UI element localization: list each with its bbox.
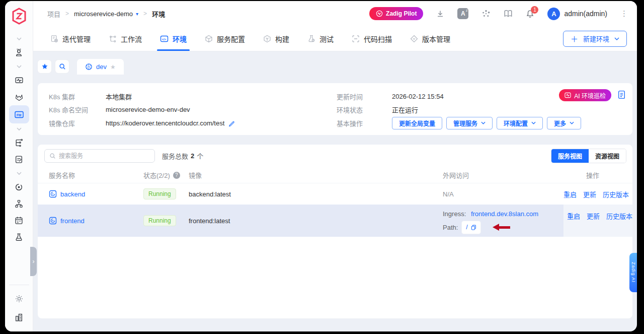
notification-bell-icon[interactable]: 1 bbox=[526, 10, 534, 18]
tab-label: 版本管理 bbox=[422, 34, 450, 44]
view-toggle: 服务视图 资源视图 bbox=[551, 149, 626, 163]
field-label: K8s 命名空间 bbox=[49, 105, 106, 114]
col-image: 镜像 bbox=[189, 170, 443, 180]
button-label: 管理服务 bbox=[453, 119, 477, 127]
update-link[interactable]: 更新 bbox=[587, 211, 600, 221]
kebab-menu-icon[interactable]: ⋮ bbox=[620, 9, 628, 18]
inspect-report-icon[interactable] bbox=[617, 90, 626, 101]
total-unit: 个 bbox=[197, 151, 203, 161]
chevron-down-icon[interactable] bbox=[9, 61, 29, 72]
apps-dots-icon[interactable] bbox=[481, 9, 491, 18]
user-menu[interactable]: A admin(admin) bbox=[547, 8, 607, 20]
ai-environment-inspect-button[interactable]: AI 环境巡检 bbox=[559, 89, 611, 101]
image-value: frontend:latest bbox=[189, 217, 443, 225]
new-environment-button[interactable]: ＋ 新建环境 bbox=[563, 31, 627, 47]
restart-link[interactable]: 重启 bbox=[564, 189, 577, 199]
field-label: 镜像仓库 bbox=[49, 118, 106, 128]
col-service-name: 服务名称 bbox=[49, 170, 143, 180]
sidebar-expand-handle[interactable]: › bbox=[30, 247, 37, 276]
chevron-down-icon bbox=[531, 121, 536, 124]
button-label: 环境配置 bbox=[504, 119, 528, 127]
svg-text:FM: FM bbox=[16, 113, 21, 116]
tab-label: 环境 bbox=[173, 34, 187, 44]
field-label: K8s 集群 bbox=[49, 92, 106, 101]
ingress-label: Ingress: bbox=[443, 210, 466, 218]
field-env-status: 环境状态 正在运行 bbox=[337, 103, 581, 117]
sidebar-item-monitor-icon[interactable] bbox=[9, 72, 29, 89]
ai-assistant-side-tab[interactable]: Zadig AI bbox=[629, 253, 637, 292]
chevron-down-icon[interactable] bbox=[9, 33, 29, 44]
table-header: 服务名称 状态(2/2) ? 镜像 外网访问 操作 bbox=[38, 167, 632, 183]
tab-environments[interactable]: </> 环境 bbox=[160, 26, 187, 51]
update-link[interactable]: 更新 bbox=[583, 189, 596, 199]
restart-link[interactable]: 重启 bbox=[567, 211, 580, 221]
star-icon[interactable]: ★ bbox=[110, 63, 116, 71]
docs-book-icon[interactable] bbox=[504, 10, 513, 18]
sidebar-item-fox-icon[interactable] bbox=[9, 89, 29, 105]
ai-inspect-label: AI 环境巡检 bbox=[574, 91, 606, 100]
total-label: 服务总数 bbox=[162, 151, 188, 161]
help-icon[interactable]: ? bbox=[173, 172, 180, 179]
tab-service-config[interactable]: 服务配置 bbox=[205, 26, 245, 51]
zadig-pilot-button[interactable]: Zadig Pilot bbox=[369, 7, 423, 20]
field-registry: 镜像仓库 https://koderover.tencentcloudcr.co… bbox=[49, 116, 337, 130]
download-icon[interactable] bbox=[436, 10, 444, 18]
pulse-monitor-icon bbox=[565, 92, 571, 98]
chevron-down-icon[interactable]: ▾ bbox=[136, 11, 138, 17]
manage-services-button[interactable]: 管理服务 bbox=[446, 117, 493, 129]
ingress-url-link[interactable]: frontend.dev.8slan.com bbox=[471, 210, 538, 218]
edit-pencil-icon[interactable] bbox=[228, 120, 235, 126]
report-building-icon[interactable] bbox=[9, 309, 29, 325]
search-env-button[interactable] bbox=[55, 60, 69, 73]
update-global-vars-button[interactable]: 更新全局变量 bbox=[392, 117, 442, 129]
resource-view-segment[interactable]: 资源视图 bbox=[589, 149, 626, 163]
copy-icon[interactable] bbox=[471, 225, 476, 230]
tab-iteration[interactable]: 迭代管理 bbox=[50, 26, 91, 51]
status-badge: Running bbox=[143, 188, 176, 199]
app-window: FM › bbox=[5, 1, 637, 331]
breadcrumb-current-page: 环境 bbox=[152, 9, 165, 19]
field-label: 更新时间 bbox=[337, 92, 392, 101]
sidebar-item-tree-icon[interactable] bbox=[9, 135, 29, 151]
sidebar-item-calendar-icon[interactable] bbox=[9, 212, 29, 229]
tab-workflows[interactable]: 工作流 bbox=[109, 26, 142, 51]
zadig-logo[interactable] bbox=[11, 6, 27, 26]
history-link[interactable]: 历史版本 bbox=[606, 211, 632, 221]
more-button[interactable]: 更多 bbox=[547, 117, 581, 129]
sidebar-item-doc-edit-icon[interactable] bbox=[9, 151, 29, 168]
button-label: 更多 bbox=[554, 119, 566, 127]
tab-tests[interactable]: 测试 bbox=[307, 26, 334, 51]
chevron-down-icon[interactable] bbox=[9, 168, 29, 179]
env-config-button[interactable]: 环境配置 bbox=[497, 117, 543, 129]
translate-icon[interactable]: Az bbox=[457, 8, 468, 19]
tab-label: 迭代管理 bbox=[62, 34, 91, 44]
row-actions-cell: 重启 更新 历史版本 bbox=[564, 205, 632, 237]
services-controls: 服务总数 2 个 服务视图 资源视图 bbox=[38, 145, 632, 167]
service-view-segment[interactable]: 服务视图 bbox=[551, 149, 589, 163]
service-search[interactable] bbox=[44, 149, 155, 163]
path-value: / bbox=[466, 222, 467, 233]
history-link[interactable]: 历史版本 bbox=[603, 189, 629, 199]
env-tab-dev[interactable]: dev ★ bbox=[77, 59, 124, 75]
pilot-ai-icon bbox=[376, 10, 383, 17]
tab-builds[interactable]: 构建 bbox=[263, 26, 289, 51]
sidebar-item-environments[interactable]: FM bbox=[9, 105, 29, 123]
settings-gear-icon[interactable] bbox=[9, 290, 29, 307]
top-bar: 项目 > microserevice-demo ▾ > 环境 Zadig Pil… bbox=[33, 1, 637, 26]
breadcrumb-project-name[interactable]: microserevice-demo bbox=[74, 10, 133, 18]
sidebar-item-grafana-icon[interactable] bbox=[9, 179, 29, 195]
table-row-backend: backend Running backend:latest N/A 重启 更新… bbox=[38, 183, 632, 205]
sidebar-item-org-chart-icon[interactable] bbox=[9, 195, 29, 212]
tab-versions[interactable]: 版本管理 bbox=[410, 26, 450, 51]
annotation-arrow bbox=[493, 224, 510, 231]
service-link-backend[interactable]: backend bbox=[60, 190, 85, 198]
chevron-down-icon[interactable] bbox=[9, 123, 29, 135]
sidebar-item-project-robot-icon[interactable] bbox=[9, 44, 29, 61]
tab-code-scan[interactable]: 代码扫描 bbox=[352, 26, 392, 51]
favorite-star-button[interactable] bbox=[38, 60, 51, 73]
breadcrumb-projects[interactable]: 项目 bbox=[47, 9, 60, 19]
service-search-input[interactable] bbox=[59, 153, 150, 160]
search-icon bbox=[49, 153, 56, 159]
service-link-frontend[interactable]: frontend bbox=[60, 217, 85, 225]
sidebar-item-flask-icon[interactable] bbox=[9, 229, 29, 245]
